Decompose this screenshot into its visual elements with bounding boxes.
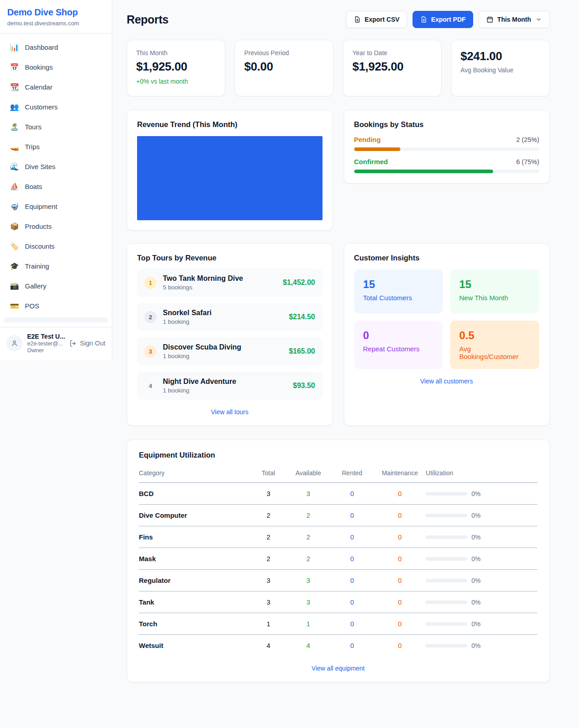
equipment-utilization-title: Equipment Utilization [139,451,537,459]
sidebar-item-bookings[interactable]: 📅Bookings [4,59,108,76]
equipment-icon: 🤿 [10,202,19,211]
tour-row[interactable]: 2 Snorkel Safari1 booking $214.50 [137,303,323,331]
shop-header: Demo Dive Shop demo.test.divestreams.com [0,0,112,33]
sidebar-item-label: Boats [25,183,42,190]
sidebar-item-training[interactable]: 🎓Training [4,258,108,274]
cell-available: 2 [286,526,330,548]
cell-maintenance: 0 [374,548,426,570]
tour-revenue: $93.50 [293,382,315,390]
cell-maintenance: 0 [374,483,426,505]
tour-revenue: $214.50 [289,313,315,321]
cell-category: Dive Computer [139,505,251,526]
export-pdf-label: Export PDF [431,16,465,23]
insight-value: 0.5 [459,329,530,342]
sidebar-item-trips[interactable]: 🚤Trips [4,138,108,155]
export-csv-button[interactable]: Export CSV [346,11,407,28]
tour-revenue: $1,452.00 [283,279,315,287]
sidebar-item-label: Discounts [25,242,55,250]
table-row: Torch 1 1 0 0 0% [139,613,537,635]
stat-card-year-to-date: Year to Date $1,925.00 [343,40,441,96]
sidebar-item-dashboard[interactable]: 📊Dashboard [4,39,108,56]
calendar-icon [486,16,494,23]
cell-available: 4 [286,635,330,657]
sidebar-item-label: Dashboard [25,43,58,51]
utilization-bar-track [426,514,467,517]
sidebar-item-label: Equipment [25,203,57,210]
cell-available: 2 [286,505,330,526]
tour-row[interactable]: 3 Discover Scuba Diving1 booking $165.00 [137,337,323,365]
sidebar-item-products[interactable]: 📦Products [4,218,108,235]
stat-value: $1,925.00 [136,60,216,74]
utilization-percent: 0% [471,534,480,541]
stat-card-this-month: This Month $1,925.00 +0% vs last month [127,40,225,96]
sidebar-item-dive-sites[interactable]: 🌊Dive Sites [4,158,108,175]
rank-badge: 4 [144,380,157,392]
view-all-customers-link[interactable]: View all customers [354,378,540,385]
cell-category: Tank [139,591,251,613]
stat-delta: +0% vs last month [136,78,216,85]
shop-name: Demo Dive Shop [7,7,104,18]
sidebar-item-equipment[interactable]: 🤿Equipment [4,198,108,215]
user-email: e2e-tester@... [27,340,65,347]
status-count: 2 (25%) [516,136,539,143]
tour-name: Two Tank Morning Dive [163,274,243,282]
top-tours-title: Top Tours by Revenue [137,254,323,262]
utilization-bar-track [426,622,467,626]
customer-insights-title: Customer Insights [354,254,540,262]
cell-maintenance: 0 [374,505,426,526]
status-bar-track [354,170,540,173]
pos-icon: 💳 [10,302,19,310]
cell-total: 3 [251,483,286,505]
col-category: Category [139,466,251,483]
sidebar-item-label: Bookings [25,63,53,71]
cell-total: 2 [251,505,286,526]
stat-label: This Month [136,49,216,57]
insight-value: 15 [363,278,434,291]
stat-label: Year to Date [352,49,432,57]
file-download-icon [420,16,427,23]
cell-maintenance: 0 [374,613,426,635]
cell-available: 1 [286,613,330,635]
period-select[interactable]: This Month [479,11,550,28]
chevron-down-icon [536,16,542,23]
cell-total: 3 [251,570,286,591]
status-count: 6 (75%) [516,158,539,165]
dashboard-icon: 📊 [10,43,19,52]
user-name: E2E Test U... [27,333,65,340]
utilization-bar-track [426,535,467,539]
sidebar-item-calendar[interactable]: 📆Calendar [4,79,108,95]
status-bar-track [354,147,540,151]
view-all-equipment-link[interactable]: View all equipment [139,665,537,672]
sidebar-item-boats[interactable]: ⛵Boats [4,178,108,195]
sidebar-item-customers[interactable]: 👥Customers [4,99,108,115]
utilization-percent: 0% [471,577,480,584]
customer-insights-card: Customer Insights 15 Total Customers 15 … [344,243,550,426]
sidebar-item-tours[interactable]: 🏝️Tours [4,118,108,135]
insight-value: 0 [363,329,434,342]
sidebar: Demo Dive Shop demo.test.divestreams.com… [0,0,112,360]
utilization-percent: 0% [471,512,480,519]
cell-total: 3 [251,591,286,613]
cell-maintenance: 0 [374,635,426,657]
training-icon: 🎓 [10,262,19,270]
utilization-percent: 0% [471,620,480,628]
sign-out-button[interactable]: Sign Out [69,340,105,347]
cell-total: 4 [251,635,286,657]
sidebar-cutoff-item [4,317,108,322]
bookings-by-status-title: Bookings by Status [354,120,540,129]
sidebar-item-gallery[interactable]: 📸Gallery [4,278,108,294]
export-pdf-button[interactable]: Export PDF [413,11,473,28]
status-row-confirmed: Confirmed 6 (75%) [354,158,540,173]
cell-category: BCD [139,483,251,505]
tour-bookings: 1 booking [163,353,283,359]
status-bar-fill [354,170,493,173]
sidebar-item-pos[interactable]: 💳POS [4,298,108,314]
stat-cards: This Month $1,925.00 +0% vs last month P… [127,40,550,96]
tour-row[interactable]: 4 Night Dive Adventure1 booking $93.50 [137,372,323,400]
sidebar-item-discounts[interactable]: 🏷️Discounts [4,238,108,255]
table-row: Wetsuit 4 4 0 0 0% [139,635,537,657]
page-title: Reports [127,13,168,26]
tour-row[interactable]: 1 Two Tank Morning Dive5 bookings $1,452… [137,269,323,297]
view-all-tours-link[interactable]: View all tours [137,408,323,416]
tours-icon: 🏝️ [10,123,19,131]
